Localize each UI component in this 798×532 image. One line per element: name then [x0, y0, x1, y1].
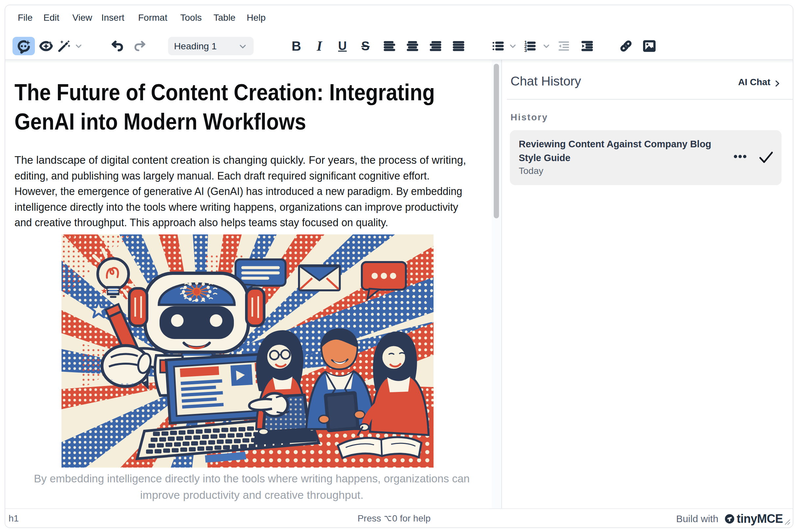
svg-text:3: 3: [524, 48, 527, 53]
